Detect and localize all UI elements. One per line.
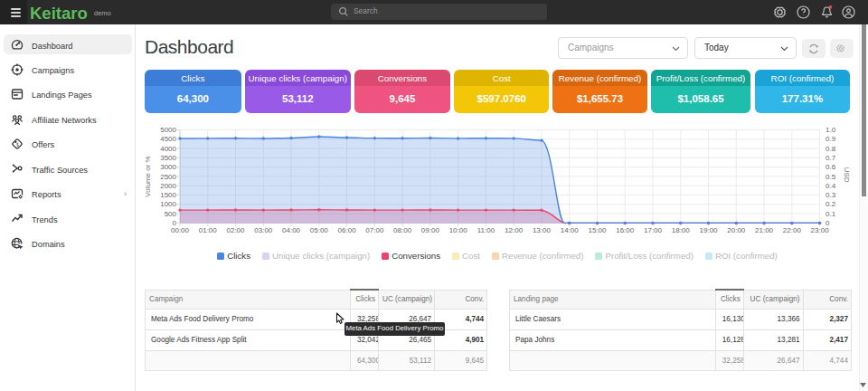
svg-text:1000: 1000 [160,200,176,208]
svg-text:10:00: 10:00 [449,226,468,234]
svg-text:500: 500 [165,210,177,218]
svg-text:21:00: 21:00 [755,226,774,234]
svg-text:07:00: 07:00 [365,226,384,234]
svg-text:0.2: 0.2 [826,200,836,208]
svg-text:0.9: 0.9 [826,135,836,143]
svg-text:5000: 5000 [160,126,176,134]
svg-text:3000: 3000 [160,163,176,171]
svg-text:08:00: 08:00 [393,226,412,234]
svg-text:23:00: 23:00 [811,226,830,234]
svg-text:06:00: 06:00 [338,226,357,234]
svg-text:0.3: 0.3 [826,191,836,199]
svg-text:03:00: 03:00 [254,226,273,234]
svg-text:0.1: 0.1 [826,210,836,218]
svg-text:15:00: 15:00 [588,226,607,234]
svg-text:20:00: 20:00 [727,226,746,234]
svg-text:3500: 3500 [160,154,176,162]
svg-text:2500: 2500 [160,173,176,181]
svg-text:02:00: 02:00 [227,226,246,234]
svg-text:USD: USD [843,167,851,183]
svg-text:2000: 2000 [160,182,176,190]
svg-text:4500: 4500 [160,135,176,143]
svg-text:04:00: 04:00 [282,226,301,234]
svg-text:18:00: 18:00 [672,226,691,234]
svg-text:0.7: 0.7 [826,154,836,162]
svg-text:17:00: 17:00 [644,226,663,234]
svg-text:0.6: 0.6 [826,163,836,171]
svg-text:09:00: 09:00 [421,226,440,234]
svg-text:16:00: 16:00 [616,226,635,234]
svg-text:12:00: 12:00 [505,226,524,234]
svg-text:0.8: 0.8 [826,145,836,153]
svg-text:13:00: 13:00 [533,226,552,234]
svg-text:1500: 1500 [160,191,176,199]
svg-text:Volume or %: Volume or % [145,156,152,196]
svg-text:0.4: 0.4 [826,182,836,190]
svg-text:01:00: 01:00 [199,226,218,234]
svg-text:1.0: 1.0 [826,126,836,134]
svg-text:14:00: 14:00 [561,226,580,234]
svg-text:19:00: 19:00 [700,226,719,234]
svg-text:05:00: 05:00 [310,226,329,234]
svg-text:00:00: 00:00 [171,226,190,234]
svg-text:22:00: 22:00 [783,226,802,234]
svg-text:11:00: 11:00 [477,226,495,234]
svg-text:4000: 4000 [160,145,176,153]
svg-text:0.5: 0.5 [826,173,836,181]
